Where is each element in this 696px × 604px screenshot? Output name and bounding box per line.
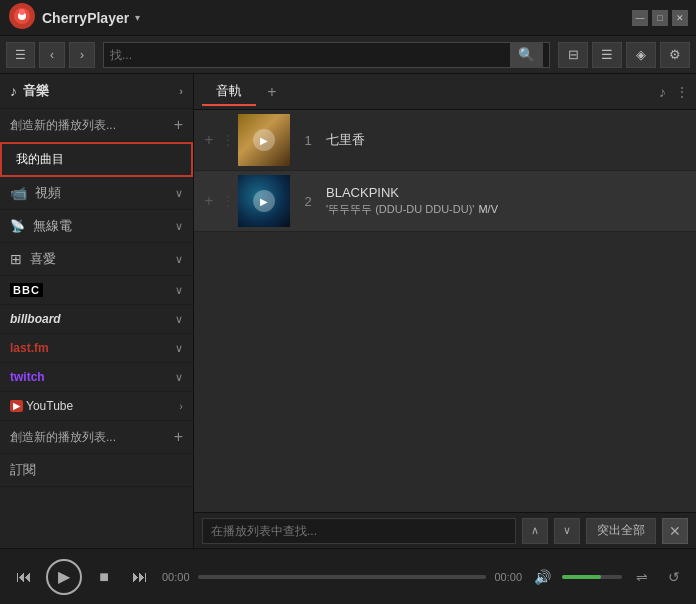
sidebar-item-twitch[interactable]: twitch ∨ xyxy=(0,363,193,392)
track-title: 七里香 xyxy=(326,131,690,149)
lastfm-expand-icon: ∨ xyxy=(175,342,183,355)
stop-button[interactable]: ■ xyxy=(90,563,118,591)
sidebar-item-radio[interactable]: 📡 無線電 ∨ xyxy=(0,210,193,243)
track-thumbnail: ▶ xyxy=(238,175,290,227)
twitch-expand-icon: ∨ xyxy=(175,371,183,384)
svg-point-3 xyxy=(19,9,25,15)
previous-button[interactable]: ⏮ xyxy=(10,563,38,591)
sidebar-item-billboard[interactable]: billboard ∨ xyxy=(0,305,193,334)
layout-btn-2[interactable]: ☰ xyxy=(592,42,622,68)
sidebar-item-video[interactable]: 📹 視頻 ∨ xyxy=(0,177,193,210)
sidebar-item-my-songs[interactable]: 我的曲目 xyxy=(0,142,193,177)
sidebar-item-youtube[interactable]: ▶ YouTube › xyxy=(0,392,193,421)
sidebar-item-favorites[interactable]: ⊞ 喜愛 ∨ xyxy=(0,243,193,276)
app-title: CherryPlayer xyxy=(42,10,129,26)
settings-button[interactable]: ⚙ xyxy=(660,42,690,68)
play-icon: ▶ xyxy=(58,567,70,586)
mv-tag: M/V xyxy=(478,203,498,215)
search-button[interactable]: 🔍 xyxy=(510,42,543,68)
track-info: BLACKPINK '뚜두뚜두 (DDU-DU DDU-DU)'M/V xyxy=(326,185,690,217)
table-row[interactable]: + ⋮ ▶ 1 七里香 xyxy=(194,110,696,171)
sidebar: ♪ 音樂 › 創造新的播放列表... + 我的曲目 📹 視頻 ∨ 📡 無線電 ∨… xyxy=(0,74,194,548)
tab-sort-icon[interactable]: ⋮ xyxy=(676,85,688,99)
next-icon: ⏭ xyxy=(132,568,148,586)
menu-icon: ☰ xyxy=(15,48,26,62)
forward-button[interactable]: › xyxy=(69,42,95,68)
repeat-button[interactable]: ↺ xyxy=(662,565,686,589)
track-add-icon[interactable]: + xyxy=(200,131,218,149)
menu-button[interactable]: ☰ xyxy=(6,42,35,68)
tab-add-icon: + xyxy=(267,83,276,101)
close-button[interactable]: ✕ xyxy=(672,10,688,26)
sidebar-item-more[interactable]: 訂閱 xyxy=(0,454,193,487)
create-playlist-2-button[interactable]: 創造新的播放列表... + xyxy=(0,421,193,454)
up-arrow-icon: ∧ xyxy=(531,524,539,537)
table-row[interactable]: + ⋮ ▶ 2 BLACKPINK '뚜두뚜두 (DDU-DU DDU-DU)'… xyxy=(194,171,696,232)
titlebar-dropdown-icon[interactable]: ▾ xyxy=(135,12,140,23)
toolbar: ☰ ‹ › 🔍 ⊟ ☰ ◈ ⚙ xyxy=(0,36,696,74)
track-number: 1 xyxy=(300,133,316,148)
progress-bar[interactable] xyxy=(198,575,487,579)
favorites-expand-icon: ∨ xyxy=(175,253,183,266)
app-logo xyxy=(8,2,36,33)
lastfm-logo-icon: last.fm xyxy=(10,341,49,355)
search-down-button[interactable]: ∨ xyxy=(554,518,580,544)
titlebar: CherryPlayer ▾ — □ ✕ xyxy=(0,0,696,36)
time-current: 00:00 xyxy=(162,571,190,583)
create-playlist-button[interactable]: 創造新的播放列表... + xyxy=(0,109,193,142)
repeat-icon: ↺ xyxy=(668,569,680,585)
stop-icon: ■ xyxy=(99,568,109,586)
track-list: + ⋮ ▶ 1 七里香 + ⋮ ▶ xyxy=(194,110,696,512)
search-close-button[interactable]: ✕ xyxy=(662,518,688,544)
play-button[interactable]: ▶ xyxy=(46,559,82,595)
youtube-logo-icon: ▶ YouTube xyxy=(10,399,73,413)
create-playlist-2-plus-icon: + xyxy=(174,428,183,446)
video-icon: 📹 xyxy=(10,185,27,201)
track-number: 2 xyxy=(300,194,316,209)
volume-bar[interactable] xyxy=(562,575,622,579)
next-button[interactable]: ⏭ xyxy=(126,563,154,591)
sidebar-item-lastfm[interactable]: last.fm ∨ xyxy=(0,334,193,363)
radio-expand-icon: ∨ xyxy=(175,220,183,233)
bbc-expand-icon: ∨ xyxy=(175,284,183,297)
back-button[interactable]: ‹ xyxy=(39,42,65,68)
highlight-all-button[interactable]: 突出全部 xyxy=(586,518,656,544)
track-subtitle: '뚜두뚜두 (DDU-DU DDU-DU)'M/V xyxy=(326,202,690,217)
search-bottom-input[interactable] xyxy=(202,518,516,544)
sidebar-item-bbc[interactable]: BBC ∨ xyxy=(0,276,193,305)
track-info: 七里香 xyxy=(326,131,690,149)
search-input[interactable] xyxy=(110,48,510,62)
radio-label: 無線電 xyxy=(33,217,72,235)
volume-button[interactable]: 🔊 xyxy=(530,565,554,589)
favorites-icon: ⊞ xyxy=(10,251,22,267)
layout-btn-1[interactable]: ⊟ xyxy=(558,42,588,68)
color-icon: ◈ xyxy=(636,47,646,62)
music-note-icon[interactable]: ♪ xyxy=(659,84,666,100)
color-button[interactable]: ◈ xyxy=(626,42,656,68)
content-area: 音軌 + ♪ ⋮ + ⋮ ▶ 1 七里香 xyxy=(194,74,696,548)
previous-icon: ⏮ xyxy=(16,568,32,586)
volume-bar-fill xyxy=(562,575,601,579)
track-drag-icon: ⋮ xyxy=(222,133,234,147)
tab-tracks[interactable]: 音軌 xyxy=(202,78,256,106)
layout-icon-2: ☰ xyxy=(601,47,613,62)
minimize-button[interactable]: — xyxy=(632,10,648,26)
close-icon: ✕ xyxy=(669,523,681,539)
maximize-button[interactable]: □ xyxy=(652,10,668,26)
sidebar-music-section[interactable]: ♪ 音樂 › xyxy=(0,74,193,109)
bbc-logo-icon: BBC xyxy=(10,283,43,297)
radio-icon: 📡 xyxy=(10,219,25,233)
music-section-label: 音樂 xyxy=(23,82,49,100)
content-tabs: 音軌 + ♪ ⋮ xyxy=(194,74,696,110)
forward-icon: › xyxy=(80,48,84,62)
shuffle-button[interactable]: ⇌ xyxy=(630,565,654,589)
settings-icon: ⚙ xyxy=(669,47,681,62)
search-up-button[interactable]: ∧ xyxy=(522,518,548,544)
shuffle-icon: ⇌ xyxy=(636,569,648,585)
track-add-icon[interactable]: + xyxy=(200,192,218,210)
video-label: 視頻 xyxy=(35,184,61,202)
search-icon: 🔍 xyxy=(518,47,535,62)
tab-add-button[interactable]: + xyxy=(260,80,284,104)
layout-icon-1: ⊟ xyxy=(568,47,579,62)
twitch-logo-icon: twitch xyxy=(10,370,45,384)
